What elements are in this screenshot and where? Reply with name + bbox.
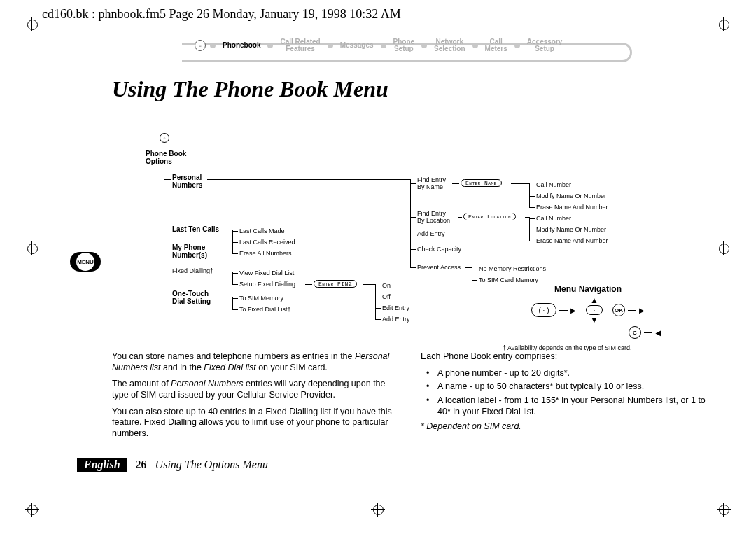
p2a: The amount of [112,379,171,388]
p1e: on your SIM card. [258,363,328,372]
tree-sfd-add: Add Entry [382,316,410,323]
nav-call-meters: CallMeters [485,38,507,52]
p1d: Fixed Dial list [204,363,255,372]
right-footnote: * Dependent on SIM card. [421,421,522,431]
tree-last-ten-calls: Last Ten Calls [172,225,219,233]
tree-last-calls-received: Last Calls Received [239,239,295,246]
tree-my-phone-numbers: My PhoneNumber(s) [172,244,207,259]
nav-phone-setup: PhoneSetup [393,38,415,52]
tree-name-call-number: Call Number [536,181,571,188]
c-key-icon: C [629,326,641,339]
tree-setup-fixed-dialling: Setup Fixed Dialling [239,281,295,288]
tree-root-label: Phone BookOptions [146,150,186,165]
home-icon: ⌂ [195,40,206,51]
footer-section: Using The Options Menu [155,458,268,471]
nav-network-selection: NetworkSelection [434,38,465,52]
nav-call-related: Call RelatedFeatures [280,38,320,52]
right-intro: Each Phone Book entry comprises: [421,351,707,363]
p1a: You can store names and telephone number… [112,351,355,361]
tree-to-sim-card-memory: To SIM Card Memory [479,276,538,283]
tree-add-entry: Add Entry [417,230,445,237]
page-title: Using The Phone Book Menu [112,76,721,102]
chip-enter-pin2: Enter PIN2 [314,280,357,288]
tree-fixed-dialling: Fixed Dialling† [172,267,214,274]
p3: You can also store up to 40 entries in a… [112,407,398,440]
tree-no-memory-restrictions: No Memory Restrictions [479,265,546,272]
scroll-key-icon: ( · ) [531,303,556,317]
tree-personal-numbers: PersonalNumbers [172,174,202,189]
up-down-arrows-icon: ▲·▼ [586,297,603,323]
chip-enter-name: Enter Name [461,179,502,187]
tree-find-by-location: Find EntryBy Location [417,210,450,224]
footer-page-number: 26 [136,458,147,471]
chip-enter-location: Enter Location [463,213,516,220]
tree-to-fixed-dial-list: To Fixed Dial List† [239,306,291,313]
nav-accessory-setup: AccessorySetup [527,38,563,52]
tree-name-modify: Modify Name Or Number [536,192,606,199]
bullet-2: A name - up to 50 characters* but typica… [432,381,707,393]
tree-erase-all-numbers: Erase All Numbers [239,250,292,257]
tree-prevent-access: Prevent Access [417,264,461,271]
tree-view-fixed-list: View Fixed Dial List [239,269,294,276]
menu-badge: MENU [70,252,101,272]
tree-sfd-edit: Edit Entry [382,304,410,311]
tree-loc-erase: Erase Name And Number [536,237,608,244]
p1c: and in the [163,363,204,372]
tree-name-erase: Erase Name And Number [536,204,608,211]
ok-key-icon: OK [612,304,625,316]
nav-phonebook: Phonebook [223,42,260,49]
body-text: You can store names and telephone number… [112,351,707,444]
navbox-title: Menu Navigation [497,284,679,294]
p2b: Personal Numbers [171,379,244,388]
navbox-footnote: † Availability depends on the type of SI… [497,344,679,351]
doc-header-line: cd160.bk : phnbook.fm5 Page 26 Monday, J… [42,7,721,22]
tree-loc-call-number: Call Number [536,215,571,222]
breadcrumb-nav: ⌂ Phonebook Call RelatedFeatures Message… [182,43,644,62]
bullet-1: A phone number - up to 20 digits*. [432,368,707,379]
tree-check-capacity: Check Capacity [417,246,461,253]
menu-navigation-box: Menu Navigation ( · ) ▶ ▲·▼ OK ▶ C ▶ † A… [497,284,679,351]
tree-to-sim-memory: To SIM Memory [239,295,284,302]
tree-one-touch-dial: One-TouchDial Setting [172,290,211,305]
nav-messages: Messages [340,42,374,49]
tree-sfd-on: On [382,282,391,289]
tree-find-by-name: Find EntryBy Name [417,176,446,190]
menu-badge-label: MENU [76,253,94,271]
page-footer: English 26 Using The Options Menu [77,458,268,472]
bullet-3: A location label - from 1 to 155* in you… [432,395,707,417]
footer-language: English [77,458,127,472]
tree-loc-modify: Modify Name Or Number [536,226,606,233]
menu-root-icon: ⌂ [160,133,169,143]
tree-last-calls-made: Last Calls Made [239,227,285,234]
tree-sfd-off: Off [382,293,391,300]
